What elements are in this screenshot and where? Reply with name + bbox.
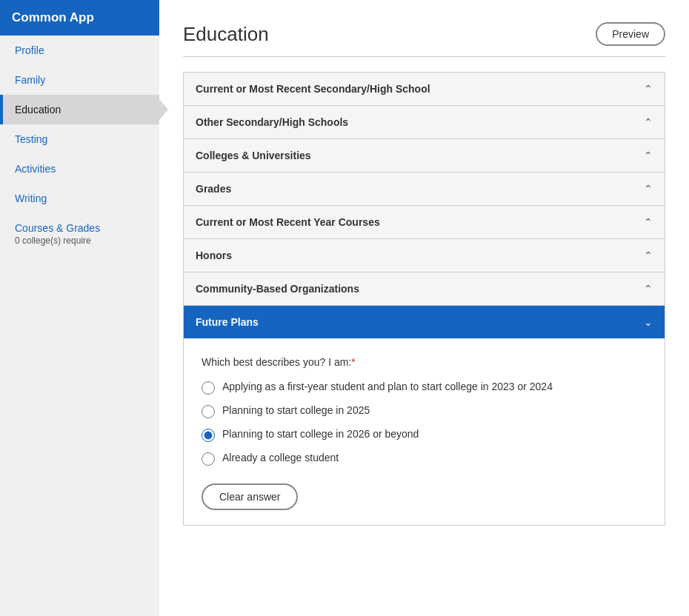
radio-option-4[interactable]: Already a college student	[202, 451, 647, 466]
radio-option-1[interactable]: Applying as a first-year student and pla…	[202, 380, 647, 395]
sidebar-item-family[interactable]: Family	[0, 65, 159, 95]
accordion-item-colleges: Colleges & Universities ⌃	[184, 139, 665, 173]
sidebar-item-education[interactable]: Education	[0, 95, 159, 124]
question-label: Which best describes you? I am:*	[202, 356, 647, 368]
radio-input-1[interactable]	[202, 381, 215, 395]
sidebar-header: Common App	[0, 0, 159, 36]
chevron-down-icon: ⌄	[644, 316, 653, 328]
radio-input-3[interactable]	[202, 429, 215, 442]
radio-label-4: Already a college student	[222, 451, 339, 466]
accordion-header-current-year-courses[interactable]: Current or Most Recent Year Courses ⌃	[184, 206, 665, 238]
sidebar-item-testing[interactable]: Testing	[0, 124, 159, 154]
chevron-up-icon: ⌃	[644, 183, 653, 195]
accordion: Current or Most Recent Secondary/High Sc…	[183, 72, 665, 526]
accordion-header-honors[interactable]: Honors ⌃	[184, 239, 665, 272]
page-header: Education Preview	[183, 22, 665, 57]
accordion-header-other-secondary[interactable]: Other Secondary/High Schools ⌃	[184, 106, 665, 138]
accordion-header-future-plans[interactable]: Future Plans ⌄	[184, 306, 665, 338]
radio-option-3[interactable]: Planning to start college in 2026 or bey…	[202, 427, 647, 442]
page-title: Education	[183, 23, 269, 46]
courses-grades-sub: 0 college(s) require	[15, 235, 147, 246]
main-content: Education Preview Current or Most Recent…	[159, 0, 689, 616]
accordion-item-grades: Grades ⌃	[184, 173, 665, 206]
chevron-up-icon: ⌃	[644, 116, 653, 128]
accordion-item-future-plans: Future Plans ⌄ Which best describes you?…	[184, 306, 665, 525]
sidebar: Common App Profile Family Education Test…	[0, 0, 159, 616]
accordion-item-community-orgs: Community-Based Organizations ⌃	[184, 272, 665, 306]
chevron-up-icon: ⌃	[644, 216, 653, 228]
sidebar-item-profile[interactable]: Profile	[0, 36, 159, 65]
accordion-header-colleges[interactable]: Colleges & Universities ⌃	[184, 139, 665, 172]
radio-option-2[interactable]: Planning to start college in 2025	[202, 404, 647, 418]
radio-label-3: Planning to start college in 2026 or bey…	[222, 427, 419, 442]
clear-answer-button[interactable]: Clear answer	[202, 483, 298, 510]
radio-input-4[interactable]	[202, 452, 215, 466]
accordion-header-grades[interactable]: Grades ⌃	[184, 173, 665, 205]
sidebar-item-writing[interactable]: Writing	[0, 184, 159, 213]
accordion-item-other-secondary: Other Secondary/High Schools ⌃	[184, 106, 665, 139]
chevron-up-icon: ⌃	[644, 150, 653, 161]
sidebar-item-courses-grades[interactable]: Courses & Grades 0 college(s) require	[0, 213, 159, 255]
radio-group: Applying as a first-year student and pla…	[202, 380, 647, 466]
sidebar-nav: Profile Family Education Testing Activit…	[0, 36, 159, 255]
accordion-header-secondary-high[interactable]: Current or Most Recent Secondary/High Sc…	[184, 73, 665, 105]
chevron-up-icon: ⌃	[644, 283, 653, 295]
accordion-item-secondary-high: Current or Most Recent Secondary/High Sc…	[184, 73, 665, 106]
accordion-header-community-orgs[interactable]: Community-Based Organizations ⌃	[184, 272, 665, 305]
accordion-item-current-year-courses: Current or Most Recent Year Courses ⌃	[184, 206, 665, 239]
radio-label-2: Planning to start college in 2025	[222, 404, 370, 418]
chevron-up-icon: ⌃	[644, 83, 653, 95]
radio-label-1: Applying as a first-year student and pla…	[222, 380, 553, 395]
radio-input-2[interactable]	[202, 405, 215, 418]
sidebar-item-activities[interactable]: Activities	[0, 154, 159, 184]
future-plans-body: Which best describes you? I am:* Applyin…	[184, 338, 665, 525]
preview-button[interactable]: Preview	[596, 22, 665, 46]
chevron-up-icon: ⌃	[644, 250, 653, 261]
accordion-item-honors: Honors ⌃	[184, 239, 665, 272]
